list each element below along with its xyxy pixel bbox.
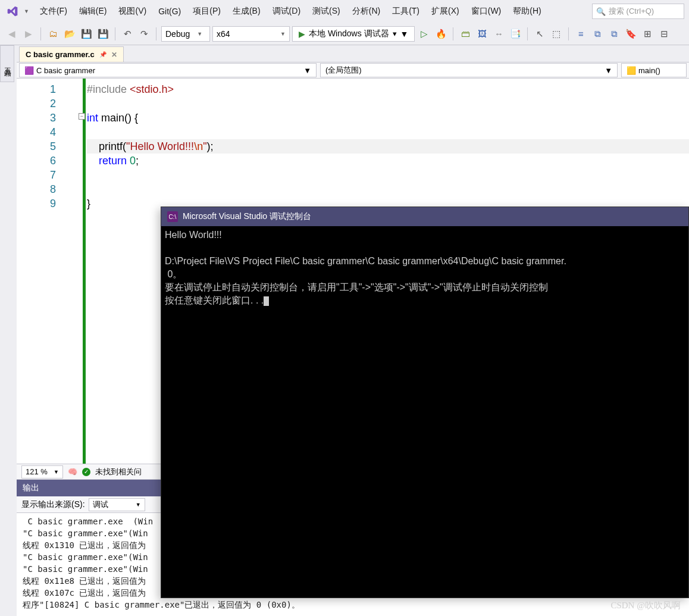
console-title-text: Microsoft Visual Studio 调试控制台 [183, 211, 311, 222]
scope-project-dropdown[interactable]: 🟪C basic grammer ▼ [19, 63, 317, 77]
open-icon[interactable]: 📂 [62, 27, 77, 41]
menu-window[interactable]: 窗口(W) [465, 2, 508, 20]
menu-help[interactable]: 帮助(H) [507, 2, 547, 20]
line-number-gutter: 123 456 789 [17, 79, 65, 479]
fold-icon[interactable]: − [79, 113, 85, 120]
start-debug-button[interactable]: ▶ 本地 Windows 调试器 ▾▼ [292, 26, 415, 42]
menu-view[interactable]: 视图(V) [112, 2, 152, 20]
search-placeholder: 搜索 (Ctrl+Q) [609, 6, 654, 17]
separator [40, 27, 41, 40]
menu-extensions[interactable]: 扩展(X) [425, 2, 465, 20]
intellicode-icon[interactable]: 🧠 [68, 467, 77, 476]
scope-global-dropdown[interactable]: (全局范围) ▼ [320, 63, 618, 77]
new-project-icon[interactable]: 🗂 [46, 27, 60, 41]
tool-icon[interactable]: 🗃 [458, 27, 472, 41]
issues-text: 未找到相关问 [95, 467, 142, 477]
console-titlebar[interactable]: C:\ Microsoft Visual Studio 调试控制台 [161, 207, 688, 226]
chevron-down-icon: ▼ [197, 31, 202, 37]
tool-icon[interactable]: ↔ [491, 27, 506, 41]
chevron-down-icon: ▼ [303, 66, 311, 75]
toolbar: ◀ ▶ 🗂 📂 💾 💾 ↶ ↷ Debug▼ x64▼ ▶ 本地 Windows… [0, 23, 689, 45]
tool-icon[interactable]: ⊞ [640, 27, 654, 41]
menu-bar: ▼ 文件(F) 编辑(E) 视图(V) Git(G) 项目(P) 生成(B) 调… [0, 0, 689, 23]
toolbox-tab[interactable]: 工具箱 [0, 45, 14, 82]
save-icon[interactable]: 💾 [79, 27, 93, 41]
tab-title: C basic grammer.c [26, 50, 95, 59]
menu-test[interactable]: 测试(S) [306, 2, 346, 20]
bookmark-icon[interactable]: 🔖 [624, 27, 638, 41]
menu-edit[interactable]: 编辑(E) [73, 2, 113, 20]
search-icon: 🔍 [596, 7, 606, 16]
tool-icon[interactable]: 📑 [508, 27, 522, 41]
output-source-label: 显示输出来源(S): [21, 499, 85, 510]
separator [453, 27, 453, 40]
scope-function-dropdown[interactable]: 🟨main() [621, 63, 687, 77]
separator [115, 27, 115, 40]
cpp-icon: 🟪 [24, 66, 33, 74]
uncomment-icon[interactable]: ⧉ [607, 27, 621, 41]
chevron-down-icon: ▼ [400, 29, 409, 39]
undo-icon[interactable]: ↶ [120, 27, 134, 41]
close-icon[interactable]: ✕ [111, 51, 117, 59]
menu-project[interactable]: 项目(P) [187, 2, 227, 20]
chevron-down-icon: ▼ [605, 66, 612, 75]
output-source-value: 调试 [93, 499, 108, 510]
navigation-bar: 🟪C basic grammer ▼ (全局范围) ▼ 🟨main() [17, 62, 689, 79]
tool-icon[interactable]: ⬚ [549, 27, 563, 41]
scope-left-value: C basic grammer [36, 66, 95, 75]
menu-tools[interactable]: 工具(T) [386, 2, 425, 20]
hot-reload-icon[interactable]: 🔥 [434, 27, 448, 41]
separator [568, 27, 569, 40]
document-tabs: C basic grammer.c 📌 ✕ [17, 45, 689, 62]
menu-analyze[interactable]: 分析(N) [346, 2, 386, 20]
output-source-dropdown[interactable]: 调试▼ [89, 498, 145, 511]
method-icon: 🟨 [627, 66, 635, 74]
console-output[interactable]: Hello World!!! D:\Project File\VS Projec… [161, 226, 688, 598]
menu-debug[interactable]: 调试(D) [267, 2, 306, 20]
platform-value: x64 [217, 29, 230, 39]
vs-logo-icon [5, 4, 20, 19]
change-indicator [81, 79, 86, 479]
indent-icon[interactable]: ≡ [574, 27, 588, 41]
scope-mid-value: (全局范围) [325, 65, 362, 76]
start-no-debug-icon[interactable]: ▷ [417, 27, 431, 41]
zoom-dropdown[interactable]: 121 %▼ [21, 465, 63, 479]
search-input[interactable]: 🔍 搜索 (Ctrl+Q) [592, 4, 684, 19]
navigate-forward-icon[interactable]: ▶ [21, 27, 36, 41]
start-label: 本地 Windows 调试器 [309, 29, 389, 39]
save-all-icon[interactable]: 💾 [96, 27, 110, 41]
console-icon: C:\ [167, 211, 178, 222]
cursor-icon[interactable]: ↖ [533, 27, 547, 41]
tool-icon[interactable]: 🖼 [475, 27, 489, 41]
comment-icon[interactable]: ⧉ [590, 27, 605, 41]
cursor-icon [264, 296, 269, 306]
debug-console-window[interactable]: C:\ Microsoft Visual Studio 调试控制台 Hello … [161, 207, 689, 598]
dropdown-arrow-icon[interactable]: ▼ [24, 8, 29, 14]
menu-file[interactable]: 文件(F) [34, 2, 73, 20]
config-value: Debug [165, 29, 190, 39]
menu-git[interactable]: Git(G) [152, 3, 187, 20]
play-icon: ▶ [299, 29, 305, 39]
menu-build[interactable]: 生成(B) [227, 2, 267, 20]
check-icon: ✓ [82, 468, 90, 476]
scope-right-value: main() [638, 66, 660, 75]
config-dropdown[interactable]: Debug▼ [161, 26, 210, 42]
zoom-value: 121 % [26, 467, 48, 476]
platform-dropdown[interactable]: x64▼ [212, 26, 290, 42]
navigate-back-icon[interactable]: ◀ [5, 27, 19, 41]
document-tab[interactable]: C basic grammer.c 📌 ✕ [19, 46, 124, 62]
redo-icon[interactable]: ↷ [137, 27, 151, 41]
pin-icon[interactable]: 📌 [99, 51, 107, 58]
tool-icon[interactable]: ⊟ [657, 27, 671, 41]
separator [527, 27, 528, 40]
chevron-down-icon: ▼ [280, 31, 286, 37]
separator [156, 27, 156, 40]
